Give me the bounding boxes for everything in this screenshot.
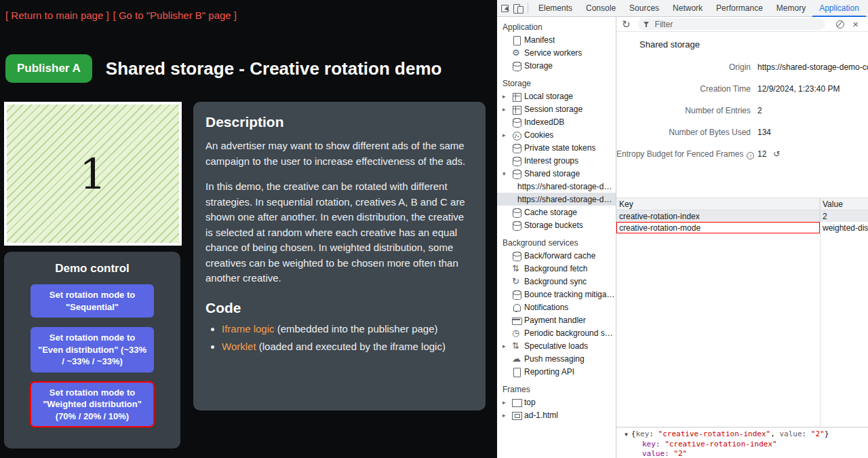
preview-string-value: "2" — [811, 430, 825, 438]
creative-iframe[interactable]: 1 — [4, 102, 182, 246]
panel-title: Shared storage — [639, 39, 868, 50]
sidebar-item-interest-groups[interactable]: Interest groups — [497, 154, 616, 167]
code-link-iframe-logic[interactable]: Iframe logic — [222, 323, 275, 335]
sidebar-item-https-shared-storage-d[interactable]: https://shared-storage-d… — [497, 193, 616, 206]
sidebar-item-storage-buckets[interactable]: Storage buckets — [497, 218, 616, 231]
tree-item-label: Shared storage — [524, 169, 580, 178]
tree-item-label: ad-1.html — [524, 411, 558, 420]
column-header-value[interactable]: Value — [820, 198, 868, 210]
device-toolbar-icon[interactable] — [512, 2, 524, 14]
sidebar-item-background-sync[interactable]: Background sync — [497, 275, 616, 288]
sidebar-item-push-messaging[interactable]: Push messaging — [497, 352, 616, 365]
clear-all-icon[interactable] — [836, 20, 844, 28]
code-list: Iframe logic (embedded into the publishe… — [205, 322, 468, 355]
sidebar-section-application: Application — [497, 21, 616, 33]
metadata-value: https://shared-storage-demo-co — [757, 62, 868, 72]
preview-entry-value: value: "2" — [625, 449, 868, 458]
refresh-icon[interactable]: ↻ — [622, 18, 631, 31]
expand-arrow-icon[interactable]: ▸ — [502, 106, 511, 113]
sidebar-item-top[interactable]: ▸top — [497, 396, 616, 408]
sidebar-item-speculative-loads[interactable]: ▸Speculative loads — [497, 339, 616, 352]
sidebar-section-storage: Storage — [497, 77, 616, 90]
sidebar-item-session-storage[interactable]: ▸Session storage — [497, 102, 616, 115]
description-panel: Description An advertiser may want to sh… — [193, 102, 486, 411]
sidebar-item-local-storage[interactable]: ▸Local storage — [497, 90, 616, 102]
expand-arrow-icon[interactable]: ▸ — [502, 132, 511, 138]
code-link-worklet[interactable]: Worklet — [222, 341, 256, 352]
tree-item-label: top — [524, 398, 536, 407]
sidebar-item-background-fetch[interactable]: Background fetch — [497, 262, 616, 275]
expand-arrow-icon[interactable]: ▸ — [502, 343, 511, 349]
tree-item-label: Storage — [524, 61, 553, 71]
tree-item-label: Push messaging — [524, 354, 585, 364]
collapse-arrow-icon[interactable]: ▼ — [625, 432, 628, 438]
top-link-go-to-publisher-b-page[interactable]: [ Go to "Publisher B" page ] — [113, 9, 237, 21]
sidebar-item-cache-storage[interactable]: Cache storage — [497, 206, 616, 218]
preview-text: : — [649, 430, 658, 438]
table-cell-key: creative-rotation-index — [616, 210, 820, 222]
database-icon — [511, 289, 524, 300]
sidebar-item-bounce-tracking-mitiga[interactable]: Bounce tracking mitiga… — [497, 288, 616, 301]
devtools-tab-performance[interactable]: Performance — [709, 0, 770, 17]
screen: [ Return to main page ][ Go to "Publishe… — [0, 0, 868, 458]
metadata-value: 12/9/2024, 1:23:40 PM — [757, 84, 840, 94]
tree-item-label: Reporting API — [524, 367, 574, 377]
document-icon — [511, 366, 524, 377]
table-row-creative-rotation-mode[interactable]: creative-rotation-modeweighted-distribut… — [616, 222, 868, 233]
filter-box[interactable] — [638, 18, 826, 30]
table-cell-value: 2 — [820, 210, 868, 222]
rotation-mode-button-set-rotation-mode-to-sequential[interactable]: Set rotation mode to "Sequential" — [31, 284, 154, 318]
sidebar-item-storage[interactable]: Storage — [497, 59, 616, 72]
collapse-arrow-icon[interactable]: ▾ — [502, 170, 511, 177]
preview-string-value: "creative-rotation-index" — [665, 440, 777, 449]
delete-icon[interactable]: × — [852, 18, 859, 30]
expand-arrow-icon[interactable]: ▸ — [502, 412, 511, 419]
sidebar-item-indexeddb[interactable]: IndexedDB — [497, 115, 616, 128]
shared-storage-metadata: Originhttps://shared-storage-demo-coCrea… — [616, 56, 868, 165]
tree-item-label: Storage buckets — [524, 221, 583, 230]
rotation-mode-button-set-rotation-mode-to-even-distribution-3[interactable]: Set rotation mode to "Even distribution"… — [31, 327, 154, 373]
column-header-key[interactable]: Key — [616, 198, 820, 210]
publisher-badge: Publisher A — [5, 54, 92, 83]
devtools-tab-application[interactable]: Application — [812, 0, 866, 17]
table-cell-value: weighted-distribution — [820, 222, 868, 233]
sidebar-item-back-forward-cache[interactable]: Back/forward cache — [497, 249, 616, 262]
expand-arrow-icon[interactable]: ▸ — [502, 399, 511, 406]
sidebar-item-payment-handler[interactable]: Payment handler — [497, 313, 616, 326]
rotation-mode-button-set-rotation-mode-to-weighted-distributi[interactable]: Set rotation mode to "Weighted distribut… — [31, 382, 154, 427]
sidebar-item-private-state-tokens[interactable]: Private state tokens — [497, 141, 616, 154]
datagrid: KeyValue creative-rotation-index2creativ… — [616, 197, 868, 427]
sidebar-item-ad-1-html[interactable]: ▸ad-1.html — [497, 408, 616, 421]
reset-budget-icon[interactable]: ↺ — [773, 149, 780, 159]
devtools-tabbar: ElementsConsoleSourcesNetworkPerformance… — [497, 0, 868, 17]
sidebar-item-notifications[interactable]: Notifications — [497, 301, 616, 313]
sidebar-item-cookies[interactable]: ▸Cookies — [497, 128, 616, 141]
devtools-tab-console[interactable]: Console — [579, 0, 623, 17]
sidebar-item-reporting-api[interactable]: Reporting API — [497, 365, 616, 378]
devtools-tab-network[interactable]: Network — [666, 0, 709, 17]
table-row-creative-rotation-index[interactable]: creative-rotation-index2 — [616, 210, 868, 222]
sidebar-item-service-workers[interactable]: Service workers — [497, 46, 616, 59]
tree-item-label: Service workers — [524, 48, 582, 58]
metadata-row-origin: Originhttps://shared-storage-demo-co — [616, 56, 868, 78]
inspect-element-icon[interactable] — [500, 2, 512, 14]
preview-property-name: value: — [642, 449, 673, 458]
tree-item-label: Bounce tracking mitiga… — [524, 290, 614, 299]
top-link-return-to-main-page[interactable]: [ Return to main page ] — [5, 9, 109, 21]
payment-icon — [511, 315, 524, 326]
demo-control-title: Demo control — [4, 252, 180, 275]
sidebar-item-shared-storage[interactable]: ▾Shared storage — [497, 167, 616, 180]
filter-input[interactable] — [654, 19, 821, 30]
application-panel: ↻ × Shared storage Originhttps://shared-… — [616, 17, 868, 458]
preview-property-name: key: — [642, 440, 665, 449]
devtools-tab-sources[interactable]: Sources — [623, 0, 666, 17]
sidebar-item-periodic-background-s[interactable]: Periodic background s… — [497, 326, 616, 339]
sidebar-item-https-shared-storage-d[interactable]: https://shared-storage-d… — [497, 180, 616, 193]
devtools-tab-elements[interactable]: Elements — [532, 0, 579, 17]
sidebar-item-manifest[interactable]: Manifest — [497, 33, 616, 46]
tree-item-label: Periodic background s… — [524, 328, 613, 338]
fetch-icon — [511, 341, 524, 351]
expand-arrow-icon[interactable]: ▸ — [502, 93, 511, 100]
publisher-page: [ Return to main page ][ Go to "Publishe… — [0, 0, 497, 458]
devtools-tab-memory[interactable]: Memory — [770, 0, 812, 17]
